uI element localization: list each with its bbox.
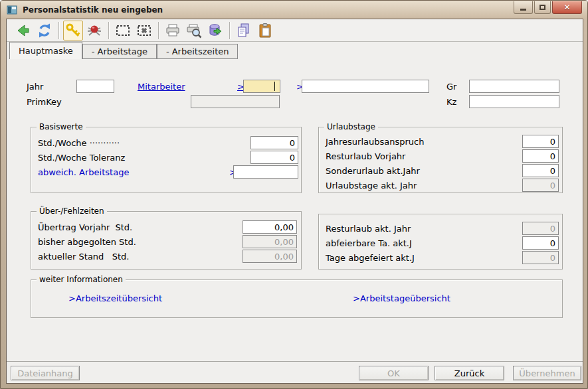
sonderurlaub-label: Sonderurlaub akt.Jahr: [326, 166, 420, 176]
std-woche-toleranz-input[interactable]: [250, 151, 298, 164]
selection-icon[interactable]: [113, 21, 133, 40]
paste-icon[interactable]: [255, 21, 275, 40]
tage-abgefeiert-label: Tage abgefeiert akt.J: [326, 253, 415, 263]
uebertrag-vorjahr-input[interactable]: [243, 220, 297, 234]
gr-input[interactable]: [469, 80, 559, 93]
ok-button[interactable]: OK: [359, 366, 429, 380]
arbeitszeituebersicht-link[interactable]: >Arbeitszeitübersicht: [68, 293, 162, 303]
groupbox-ueber-fehlzeiten-title: Über-/Fehlzeiten: [37, 206, 107, 216]
groupbox-basiswerte: Basiswerte Std./Woche ··········· Std./W…: [31, 127, 302, 193]
copy-icon[interactable]: [234, 21, 254, 40]
sonderurlaub-input[interactable]: [522, 164, 559, 177]
text-cursor: [274, 82, 275, 91]
maximize-button[interactable]: [534, 1, 551, 14]
groupbox-urlaubstage-title: Urlaubstage: [324, 122, 378, 131]
groupbox-weiter-informationen: weiter Informationen >Arbeitszeitübersic…: [31, 279, 563, 318]
groupbox-basiswerte-title: Basiswerte: [37, 122, 86, 131]
app-icon: [7, 5, 17, 15]
abweich-arbeitstage-link[interactable]: abweich. Arbeitstage: [38, 167, 129, 177]
resturlaub-vorjahr-input[interactable]: [522, 149, 559, 163]
close-icon: ✕: [563, 3, 570, 12]
window-title: Personalstatistik neu eingeben: [23, 5, 163, 15]
print-preview-icon[interactable]: [184, 21, 204, 40]
refresh-icon[interactable]: [35, 21, 54, 40]
clear-selection-icon[interactable]: [134, 21, 154, 40]
uebertrag-vorjahr-label: Übertrag Vorjahr Std.: [38, 222, 132, 232]
urlaubstage-akt-jahr-label: Urlaubstage akt. Jahr: [326, 181, 417, 191]
abfeierbare-label: abfeierbare Ta. akt.J: [326, 238, 412, 248]
groupbox-weiter-informationen-title: weiter Informationen: [37, 275, 126, 284]
mitarbeiter-name-input[interactable]: [302, 80, 429, 93]
window-controls: ✕: [512, 1, 582, 14]
titlebar[interactable]: Personalstatistik neu eingeben ✕: [1, 1, 587, 19]
key-icon[interactable]: [63, 21, 83, 40]
minimize-icon: [520, 9, 526, 11]
toolbar-separator: [58, 22, 59, 39]
abfeierbare-input[interactable]: [522, 236, 559, 250]
database-export-icon[interactable]: [205, 21, 225, 40]
tab-arbeitstage[interactable]: - Arbeitstage: [82, 44, 157, 59]
tage-abgefeiert-input: [522, 251, 559, 264]
app-window: Personalstatistik neu eingeben ✕: [0, 0, 588, 389]
std-woche-label: Std./Woche ···········: [38, 138, 120, 148]
std-woche-input[interactable]: [250, 136, 298, 149]
toolbar-separator: [158, 22, 159, 39]
jahr-input[interactable]: [76, 80, 114, 93]
aktueller-stand-label: aktueller Stand Std.: [38, 252, 129, 262]
toolbar-separator: [108, 22, 109, 39]
groupbox-urlaubstage: Urlaubstage Jahresurlaubsanspruch Restur…: [318, 127, 563, 193]
minimize-button[interactable]: [514, 1, 533, 14]
resturlaub-vorjahr-label: Resturlaub Vorjahr: [326, 151, 405, 161]
aktueller-stand-input: [243, 250, 297, 263]
footer: Dateianhang OK Zurück Übernehmen: [7, 361, 583, 383]
resturlaub-akt-jahr-label: Resturlaub akt. Jahr: [326, 224, 411, 234]
groupbox-resturlaub: Resturlaub akt. Jahr abfeierbare Ta. akt…: [318, 214, 563, 270]
kz-input[interactable]: [469, 95, 559, 108]
spider-icon[interactable]: [84, 21, 104, 40]
print-icon[interactable]: [163, 21, 183, 40]
primkey-field: [191, 95, 280, 108]
urlaubstage-akt-jahr-input: [522, 179, 559, 192]
close-button[interactable]: ✕: [552, 1, 582, 14]
toolbar: [7, 19, 583, 42]
tab-hauptmaske[interactable]: Hauptmaske: [9, 42, 82, 59]
jahresurlaubsanspruch-label: Jahresurlaubsanspruch: [326, 137, 425, 147]
zurueck-button[interactable]: Zurück: [435, 366, 504, 380]
std-woche-toleranz-label: Std./Woche Toleranz: [38, 153, 125, 163]
resturlaub-akt-jahr-input: [522, 222, 559, 235]
bisher-abgegolten-label: bisher abgegolten Std.: [38, 237, 136, 247]
dateianhang-button[interactable]: Dateianhang: [11, 366, 80, 380]
toolbar-separator: [229, 22, 230, 39]
bisher-abgegolten-input: [243, 235, 297, 248]
abweich-arbeitstage-input[interactable]: [233, 165, 298, 179]
mitarbeiter-link[interactable]: Mitarbeiter: [138, 82, 185, 92]
tab-arbeitszeiten[interactable]: - Arbeitszeiten: [157, 44, 239, 59]
uebernehmen-button[interactable]: Übernehmen: [513, 366, 581, 380]
kz-label: Kz: [446, 97, 456, 107]
jahresurlaubsanspruch-input[interactable]: [522, 135, 559, 148]
jahr-label: Jahr: [27, 82, 43, 92]
back-icon[interactable]: [13, 21, 33, 40]
form-area: Jahr Mitarbeiter > > Gr PrimKey Kz Basis…: [7, 59, 583, 361]
tab-bar: Hauptmaske - Arbeitstage - Arbeitszeiten: [7, 42, 583, 59]
arbeitstageuebersicht-link[interactable]: >Arbeitstageübersicht: [353, 293, 450, 303]
primkey-label: PrimKey: [27, 97, 62, 107]
gr-label: Gr: [446, 82, 456, 92]
groupbox-ueber-fehlzeiten: Über-/Fehlzeiten Übertrag Vorjahr Std. b…: [31, 211, 302, 270]
client-area: Hauptmaske - Arbeitstage - Arbeitszeiten…: [6, 19, 583, 384]
maximize-icon: [539, 5, 545, 10]
